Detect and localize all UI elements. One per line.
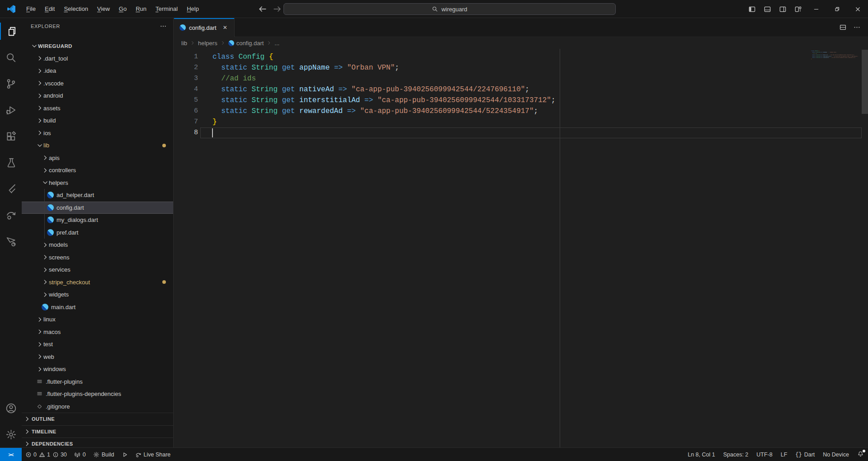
statusbar-indentation[interactable]: Spaces: 2 — [719, 448, 753, 461]
tab-config-dart[interactable]: config.dart ✕ — [174, 18, 235, 37]
chevron-right-icon — [42, 291, 49, 298]
statusbar-broadcast[interactable]: 0 — [71, 448, 90, 461]
tree-item--flutter-plugins[interactable]: .flutter-plugins — [22, 376, 173, 388]
tree-item-label: build — [43, 117, 56, 124]
tree-item-label: android — [43, 92, 63, 99]
activity-source-control[interactable] — [0, 71, 22, 97]
activity-search[interactable] — [0, 44, 22, 71]
activity-live-share[interactable] — [0, 202, 22, 228]
tree-item-stripe-checkout[interactable]: stripe_checkout — [22, 276, 173, 289]
tree-item-android[interactable]: android — [22, 89, 173, 102]
chevron-right-icon — [36, 328, 43, 335]
minimize-button[interactable] — [806, 0, 826, 18]
activity-account[interactable] — [0, 395, 22, 421]
tree-item--flutter-plugins-dependencies[interactable]: .flutter-plugins-dependencies — [22, 388, 173, 400]
tree-item-macos[interactable]: macos — [22, 326, 173, 339]
menu-view[interactable]: View — [93, 3, 114, 15]
tree-item-label: ios — [43, 130, 51, 136]
statusbar-cursor-position[interactable]: Ln 8, Col 1 — [684, 448, 719, 461]
tree-item--gitignore[interactable]: .gitignore — [22, 400, 173, 413]
tree-item-windows[interactable]: windows — [22, 363, 173, 376]
statusbar-encoding[interactable]: UTF-8 — [752, 448, 776, 461]
activity-flutter[interactable] — [0, 175, 22, 202]
statusbar-live-share[interactable]: Live Share — [132, 448, 175, 461]
statusbar-notifications[interactable] — [853, 448, 868, 461]
code-editor[interactable]: 1class Config {2 static String get appNa… — [174, 49, 868, 447]
menu-help[interactable]: Help — [182, 3, 203, 15]
layout-customize-icon[interactable] — [790, 0, 806, 18]
activity-explorer[interactable] — [0, 18, 22, 44]
close-button[interactable] — [847, 0, 868, 18]
code-line-1: 1class Config { — [174, 52, 868, 62]
tree-item-assets[interactable]: assets — [22, 102, 173, 115]
layout-sidebar-right-icon[interactable] — [775, 0, 790, 18]
tree-item-test[interactable]: test — [22, 338, 173, 351]
statusbar-build[interactable]: Build — [90, 448, 118, 461]
code-line-4: 4 static String get nativeAd => "ca-app-… — [174, 84, 868, 95]
tree-item--vscode[interactable]: .vscode — [22, 77, 173, 90]
tree-item-main-dart[interactable]: main.dart — [22, 301, 173, 314]
sidebar-section-timeline[interactable]: TIMELINE — [22, 425, 173, 438]
activity-extensions[interactable] — [0, 123, 22, 149]
tree-item-apis[interactable]: apis — [22, 152, 173, 165]
tab-close-icon[interactable]: ✕ — [222, 24, 229, 31]
statusbar-problems[interactable]: 0130 — [22, 448, 71, 461]
tree-item-linux[interactable]: linux — [22, 313, 173, 326]
chevron-right-icon — [36, 67, 43, 75]
statusbar-eol[interactable]: LF — [777, 448, 792, 461]
tree-item-services[interactable]: services — [22, 263, 173, 276]
chevron-right-icon — [24, 415, 31, 423]
command-center-search[interactable]: wireguard — [283, 3, 616, 15]
minimap[interactable]: class Config { static String get appName… — [811, 50, 858, 61]
menu-selection[interactable]: Selection — [59, 3, 92, 15]
tree-item-screens[interactable]: screens — [22, 251, 173, 264]
titlebar-right — [744, 0, 868, 18]
breadcrumb-item[interactable]: config.dart — [228, 40, 264, 47]
menu-go[interactable]: Go — [114, 3, 131, 15]
breadcrumb-item[interactable]: lib — [181, 40, 187, 47]
tree-item-lib[interactable]: lib — [22, 139, 173, 152]
chevron-down-icon — [31, 42, 38, 50]
tree-item-controllers[interactable]: controllers — [22, 164, 173, 177]
search-value: wireguard — [441, 6, 467, 13]
menu-terminal[interactable]: Terminal — [151, 3, 182, 15]
statusbar-device[interactable]: No Device — [819, 448, 853, 461]
activity-dart-tools[interactable] — [0, 228, 22, 254]
menu-edit[interactable]: Edit — [40, 3, 59, 15]
layout-sidebar-left-icon[interactable] — [744, 0, 760, 18]
breadcrumb-item[interactable]: ... — [274, 40, 279, 47]
activity-testing[interactable] — [0, 149, 22, 175]
tree-item-web[interactable]: web — [22, 351, 173, 363]
layout-panel-bottom-icon[interactable] — [760, 0, 775, 18]
activity-settings[interactable] — [0, 421, 22, 447]
restore-button[interactable] — [826, 0, 847, 18]
line-number: 5 — [174, 95, 198, 106]
tree-item--dart-tool[interactable]: .dart_tool — [22, 52, 173, 65]
tree-item-build[interactable]: build — [22, 114, 173, 127]
tree-item-ios[interactable]: ios — [22, 127, 173, 140]
indent-guide — [44, 189, 45, 239]
tree-item-models[interactable]: models — [22, 239, 173, 251]
statusbar-language-mode[interactable]: {}Dart — [791, 448, 819, 461]
split-editor-icon[interactable] — [839, 24, 847, 31]
editor-more-actions-icon[interactable] — [853, 24, 861, 31]
tree-item-wireguard[interactable]: WIREGUARD — [22, 40, 173, 52]
code-line-7: 7} — [174, 117, 868, 127]
tree-item--idea[interactable]: .idea — [22, 65, 173, 77]
menu-run[interactable]: Run — [131, 3, 151, 15]
forward-icon[interactable] — [272, 4, 282, 14]
breadcrumb-item[interactable]: helpers — [198, 40, 217, 47]
sidebar-section-dependencies[interactable]: DEPENDENCIES — [22, 437, 173, 447]
activity-run-debug[interactable] — [0, 97, 22, 123]
tree-item-widgets[interactable]: widgets — [22, 288, 173, 301]
tree-item-label: test — [43, 341, 53, 348]
more-actions-icon[interactable] — [160, 23, 167, 30]
vertical-scrollbar[interactable] — [862, 50, 868, 114]
sidebar-section-outline[interactable]: OUTLINE — [22, 413, 173, 425]
tree-item-label: main.dart — [51, 304, 75, 310]
menu-file[interactable]: File — [22, 3, 40, 15]
tree-item-helpers[interactable]: helpers — [22, 177, 173, 189]
remote-indicator[interactable]: >< — [0, 448, 22, 461]
statusbar-run[interactable] — [118, 448, 132, 461]
back-icon[interactable] — [258, 4, 268, 14]
